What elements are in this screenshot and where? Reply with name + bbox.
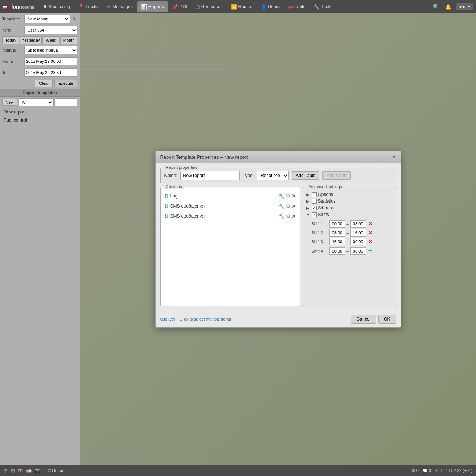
filter-select[interactable]: All bbox=[19, 98, 54, 106]
shift-2-delete[interactable]: ✕ bbox=[368, 230, 373, 236]
month-button[interactable]: Month bbox=[60, 36, 77, 44]
adv-item-shifts: ▼ Shifts bbox=[306, 211, 393, 218]
from-input[interactable] bbox=[24, 57, 77, 65]
shifts-container: Shift 1 – ✕ Shift 2 bbox=[312, 219, 393, 255]
status-right: ✉ 0 💬 0 ⚠ 0 18:52:22 (+04) bbox=[412, 468, 472, 473]
shift-1-delete[interactable]: ✕ bbox=[368, 221, 373, 227]
shift-4-add[interactable]: + bbox=[368, 247, 372, 255]
layout-icon: ⊟ bbox=[11, 468, 15, 473]
shifts-toggle[interactable]: ▼ bbox=[306, 213, 311, 217]
tab-messages[interactable]: ✉ Messages bbox=[103, 1, 136, 12]
shift-4-to[interactable] bbox=[350, 247, 366, 255]
shift-3-label: Shift 3 bbox=[312, 239, 328, 244]
address-toggle[interactable]: ▶ bbox=[306, 206, 311, 210]
content-item-sms2-icons: 🔧 ⧉ ✕ bbox=[278, 213, 296, 219]
sms1-settings-icon[interactable]: 🔧 bbox=[278, 203, 285, 209]
item-select[interactable]: User 054 bbox=[24, 26, 77, 34]
ok-button[interactable]: OK bbox=[378, 315, 396, 324]
tab-units[interactable]: 🚗 Units bbox=[284, 1, 309, 12]
execute-button[interactable]: Execute bbox=[54, 80, 77, 87]
tab-reports-label: Reports bbox=[148, 4, 164, 9]
content-item-sms2-label: SMS-сообщения bbox=[170, 213, 277, 219]
new-template-button[interactable]: New bbox=[2, 99, 17, 106]
shift-3-delete[interactable]: ✕ bbox=[368, 239, 373, 245]
footer-hint: Use Ctrl + Click to select multiple item… bbox=[160, 317, 231, 321]
modal-close-button[interactable]: × bbox=[392, 154, 396, 160]
copyright: © Gurtam bbox=[48, 468, 66, 473]
shift-3-from[interactable] bbox=[329, 238, 345, 245]
search-icon[interactable]: 🔍 bbox=[431, 2, 441, 11]
interval-label: Interval: bbox=[2, 48, 23, 52]
shift-1-to[interactable] bbox=[350, 220, 366, 228]
name-label: Name: bbox=[164, 173, 177, 178]
tab-monitoring[interactable]: 👁 Monitoring bbox=[39, 1, 74, 12]
cancel-button[interactable]: Cancel bbox=[351, 315, 376, 324]
template-item-fuel-control[interactable]: Fuel control bbox=[0, 116, 80, 124]
log-copy-icon[interactable]: ⧉ bbox=[286, 193, 290, 199]
drag-handle-log[interactable]: ⇅ bbox=[164, 193, 169, 199]
address-checkbox[interactable] bbox=[312, 206, 317, 210]
log-delete-icon[interactable]: ✕ bbox=[291, 193, 296, 199]
drag-handle-sms2[interactable]: ⇅ bbox=[164, 213, 169, 219]
tab-poi[interactable]: 📌 POI bbox=[168, 1, 191, 12]
shift-2-to[interactable] bbox=[350, 229, 366, 237]
interval-select[interactable]: Specified interval bbox=[24, 46, 77, 54]
report-name-input[interactable] bbox=[180, 171, 240, 180]
shifts-checkbox[interactable] bbox=[312, 212, 317, 217]
to-input[interactable] bbox=[24, 68, 77, 77]
shift-2-label: Shift 2 bbox=[312, 231, 328, 235]
shift-1-from[interactable] bbox=[329, 220, 345, 228]
time-display: 18:52:22 (+04) bbox=[446, 468, 472, 473]
tab-tracks[interactable]: 📍 Tracks bbox=[74, 1, 103, 12]
tab-reports[interactable]: 📊 Reports bbox=[137, 1, 168, 12]
sms2-delete-icon[interactable]: ✕ bbox=[291, 213, 296, 219]
notification-icon[interactable]: 🔔 bbox=[444, 2, 453, 11]
yesterday-button[interactable]: Yesterday bbox=[20, 36, 42, 44]
log-settings-icon[interactable]: 🔧 bbox=[278, 193, 285, 199]
sidebar: Template: New report ✎ Item: User 054 To… bbox=[0, 13, 80, 465]
add-table-button[interactable]: Add Table bbox=[292, 171, 319, 180]
clear-button[interactable]: Clear bbox=[35, 80, 53, 87]
statistics-checkbox[interactable] bbox=[312, 199, 317, 204]
split-area: Contents ⇅ Log 🔧 ⧉ ✕ bbox=[160, 187, 396, 306]
tab-routes[interactable]: 🔀 Routes bbox=[227, 1, 256, 12]
type-select[interactable]: Resource bbox=[257, 171, 289, 180]
user-button[interactable]: user ▾ bbox=[456, 3, 473, 10]
report-templates-header: Report Templates bbox=[0, 89, 80, 97]
users-icon: 👤 bbox=[261, 4, 267, 10]
modal-dialog: Report Template Properties – New report … bbox=[155, 151, 401, 328]
shift-2-from[interactable] bbox=[329, 229, 345, 237]
shift-4-label: Shift 4 bbox=[312, 249, 328, 253]
main-area: Template: New report ✎ Item: User 054 To… bbox=[0, 13, 476, 465]
week-button[interactable]: Week bbox=[42, 36, 60, 44]
mail-icon: ✉ 0 bbox=[412, 468, 419, 473]
sms1-delete-icon[interactable]: ✕ bbox=[291, 203, 296, 209]
template-edit-button[interactable]: ✎ bbox=[71, 15, 77, 23]
geofences-icon: ⬡ bbox=[196, 4, 200, 10]
shift-4-from[interactable] bbox=[329, 247, 345, 255]
tab-tools[interactable]: 🔧 Tools bbox=[310, 1, 335, 12]
content-item-log-icons: 🔧 ⧉ ✕ bbox=[278, 193, 296, 199]
tools-icon: 🔧 bbox=[313, 4, 319, 10]
search-templates-input[interactable] bbox=[55, 98, 77, 106]
sms1-copy-icon[interactable]: ⧉ bbox=[286, 203, 290, 209]
shift-3-to[interactable] bbox=[350, 238, 366, 245]
tab-users[interactable]: 👤 Users bbox=[257, 1, 283, 12]
drag-handle-sms1[interactable]: ⇅ bbox=[164, 203, 169, 209]
modal-footer: Use Ctrl + Click to select multiple item… bbox=[156, 311, 401, 327]
tab-tracks-label: Tracks bbox=[86, 4, 99, 9]
sms2-copy-icon[interactable]: ⧉ bbox=[286, 213, 290, 219]
today-button[interactable]: Today bbox=[2, 36, 19, 44]
options-toggle[interactable]: ▶ bbox=[306, 193, 311, 197]
statistics-toggle[interactable]: ▶ bbox=[306, 199, 311, 203]
options-checkbox[interactable] bbox=[312, 192, 317, 197]
tab-geofences[interactable]: ⬡ Geofences bbox=[192, 1, 226, 12]
tab-users-label: Users bbox=[268, 4, 280, 9]
template-select[interactable]: New report bbox=[24, 15, 70, 23]
content-item-log-label: Log bbox=[170, 193, 277, 199]
tab-messages-label: Messages bbox=[112, 4, 133, 9]
tab-monitoring-label: Monitoring bbox=[49, 4, 70, 9]
item-row: Item: User 054 bbox=[0, 25, 80, 36]
template-item-new-report[interactable]: New report bbox=[0, 108, 80, 116]
sms2-settings-icon[interactable]: 🔧 bbox=[278, 213, 285, 219]
